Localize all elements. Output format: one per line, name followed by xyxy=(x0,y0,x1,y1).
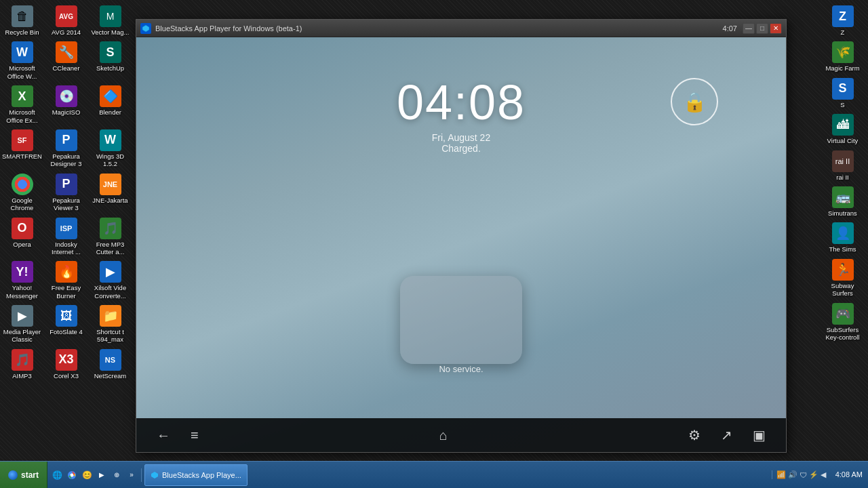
desktop-icon-ms-word[interactable]: W Microsoft Office W... xyxy=(0,39,44,83)
android-navbar: ← ≡ ⌂ ⚙ ↗ ▣ xyxy=(136,418,786,452)
tray-arrow-icon[interactable]: ◀ xyxy=(821,470,826,479)
desktop-icon-indosky[interactable]: ISP Indosky Internet ... xyxy=(44,215,88,259)
desktop-icon-corel[interactable]: X3 Corel X3 xyxy=(44,346,88,382)
window-title: BlueStacks App Player for Windows (beta-… xyxy=(155,24,723,33)
share-button[interactable]: ↗ xyxy=(721,427,732,443)
start-label: start xyxy=(21,470,39,480)
start-orb xyxy=(8,470,18,480)
window-time-display: 4:07 xyxy=(723,24,737,33)
home-button[interactable]: ⌂ xyxy=(439,428,448,443)
maximize-button[interactable]: □ xyxy=(756,23,768,34)
desktop-icon-fotoslate[interactable]: 🖼 FotoSlate 4 xyxy=(44,302,88,346)
desktop-icon-shortcut[interactable]: 📁 Shortcut t 594_max xyxy=(88,302,132,346)
android-date: Fri, August 22 xyxy=(432,132,490,143)
desktop-icon-chrome[interactable]: Google Chrome xyxy=(0,171,44,215)
desktop-icon-recycle-bin[interactable]: 🗑 Recycle Bin xyxy=(0,3,44,39)
desktop-icon-blender[interactable]: 🔷 Blender xyxy=(88,83,132,127)
desktop-icon-yahoo[interactable]: Y! Yahoo! Messenger xyxy=(0,258,44,302)
taskbar-misc-icon2[interactable]: ⊕ xyxy=(110,468,123,482)
tray-network-icon[interactable]: 📶 xyxy=(776,470,786,479)
taskbar-misc-icon1[interactable]: ▶ xyxy=(95,468,108,482)
screen-button[interactable]: ▣ xyxy=(753,427,766,443)
android-device-shape xyxy=(400,276,522,364)
desktop-icon-ms-excel[interactable]: X Microsoft Office Ex... xyxy=(0,83,44,127)
tray-security-icon[interactable]: 🛡 xyxy=(800,471,807,479)
close-button[interactable]: ✕ xyxy=(770,23,782,34)
left-sidebar: 🗑 Recycle Bin AVG AVG 2014 M Vector Mag.… xyxy=(0,0,139,461)
android-time: 04:08 xyxy=(397,78,526,127)
desktop-icon-wings3d[interactable]: W Wings 3D 1.5.2 xyxy=(88,127,132,171)
minimize-button[interactable]: — xyxy=(743,23,755,34)
desktop-icon-simutrans[interactable]: 🚌 Simutrans xyxy=(821,184,865,220)
desktop: 🗑 Recycle Bin AVG AVG 2014 M Vector Mag.… xyxy=(0,0,868,461)
nav-right-group: ⚙ ↗ ▣ xyxy=(688,427,766,443)
taskbar-smiley-icon[interactable]: 😊 xyxy=(80,468,94,482)
desktop-icon-magic-farm[interactable]: 🌾 Magic Farm xyxy=(821,39,865,75)
desktop-icon-z[interactable]: Z Z xyxy=(821,3,865,39)
back-button[interactable]: ← xyxy=(157,428,170,443)
bluestacks-window: BlueStacks App Player for Windows (beta-… xyxy=(136,19,787,453)
android-main: 04:08 Fri, August 22 Charged. 🔒 No servi… xyxy=(136,37,786,418)
settings-button[interactable]: ⚙ xyxy=(688,427,701,443)
desktop-icon-s[interactable]: S S xyxy=(821,75,865,111)
desktop-icon-the-sims[interactable]: 👤 The Sims xyxy=(821,220,865,256)
desktop-icon-avg[interactable]: AVG AVG 2014 xyxy=(44,3,88,39)
svg-marker-3 xyxy=(151,472,158,479)
taskbar-bluestacks-label: BlueStacks App Playe... xyxy=(162,471,241,479)
nav-center-group: ⌂ xyxy=(439,428,448,443)
taskbar: start 🌐 😊 ▶ ⊕ » BlueStacks App Playe... … xyxy=(0,461,868,488)
taskbar-arrow-icon[interactable]: » xyxy=(125,468,138,482)
taskbar-time: 4:08 AM xyxy=(835,470,863,480)
taskbar-tray: 📶 🔊 🛡 ⚡ ◀ xyxy=(772,470,830,479)
desktop-icon-rai2[interactable]: rai II rai II xyxy=(821,148,865,184)
desktop-icon-ccleaner[interactable]: 🔧 CCleaner xyxy=(44,39,88,83)
taskbar-bluestacks-item[interactable]: BlueStacks App Playe... xyxy=(144,464,248,486)
taskbar-chrome-icon[interactable] xyxy=(65,468,79,482)
desktop-icon-pepakura3[interactable]: P Pepakura Designer 3 xyxy=(44,127,88,171)
desktop-icon-jne[interactable]: JNE JNE-Jakarta xyxy=(88,171,132,215)
nav-left-group: ← ≡ xyxy=(157,428,199,443)
android-screen[interactable]: 04:08 Fri, August 22 Charged. 🔒 No servi… xyxy=(136,37,786,452)
desktop-icon-vector[interactable]: M Vector Mag... xyxy=(88,3,132,39)
desktop-icon-media-player[interactable]: ▶ Media Player Classic xyxy=(0,302,44,346)
right-sidebar: Z Z 🌾 Magic Farm S S 🏙 Virtual City rai … xyxy=(817,0,868,461)
menu-button[interactable]: ≡ xyxy=(191,428,199,443)
android-charged-status: Charged. xyxy=(441,143,481,154)
desktop-icon-pepakura-viewer[interactable]: P Pepakura Viewer 3 xyxy=(44,171,88,215)
desktop-icon-virtual-city[interactable]: 🏙 Virtual City xyxy=(821,111,865,147)
desktop-icon-xilsoft[interactable]: ▶ Xilsoft Vide Converte... xyxy=(88,258,132,302)
desktop-icon-sketchup[interactable]: S SketchUp xyxy=(88,39,132,83)
tray-misc-icon[interactable]: ⚡ xyxy=(809,470,818,479)
no-service-text: No service. xyxy=(439,364,483,374)
taskbar-items: BlueStacks App Playe... xyxy=(142,464,772,486)
desktop-icon-smartfren[interactable]: SF SMARTFREN xyxy=(0,127,44,171)
desktop-icon-easy-burner[interactable]: 🔥 Free Easy Burner xyxy=(44,258,88,302)
window-controls: — □ ✕ xyxy=(743,23,782,34)
desktop-icon-subway-surfers[interactable]: 🏃 Subway Surfers xyxy=(821,256,865,300)
desktop-icon-mp3cutter[interactable]: 🎵 Free MP3 Cutter a... xyxy=(88,215,132,259)
svg-point-2 xyxy=(71,473,74,476)
desktop-icon-opera[interactable]: O Opera xyxy=(0,215,44,259)
tray-volume-icon[interactable]: 🔊 xyxy=(788,470,797,479)
desktop-icon-netscream[interactable]: NS NetScream xyxy=(88,346,132,382)
lock-icon[interactable]: 🔒 xyxy=(671,78,718,125)
start-button[interactable]: start xyxy=(0,462,47,489)
window-titlebar: BlueStacks App Player for Windows (beta-… xyxy=(136,20,786,37)
desktop-icon-magiciso[interactable]: 💿 MagicISO xyxy=(44,83,88,127)
bluestacks-icon xyxy=(140,23,151,34)
desktop-icon-aimp3[interactable]: 🎵 AIMP3 xyxy=(0,346,44,382)
taskbar-ie-icon[interactable]: 🌐 xyxy=(50,468,64,482)
desktop-icon-subsurfers-key[interactable]: 🎮 SubSurfers Key-controll xyxy=(821,300,865,344)
lock-symbol: 🔒 xyxy=(683,91,707,113)
taskbar-quick-launch: 🌐 😊 ▶ ⊕ » xyxy=(47,468,142,482)
taskbar-clock[interactable]: 4:08 AM xyxy=(830,470,868,480)
svg-marker-0 xyxy=(142,25,149,32)
